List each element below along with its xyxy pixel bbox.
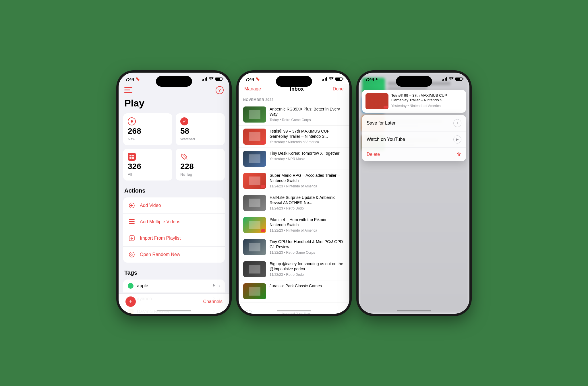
phone2-content: Manage Inbox Done NOVEMBER 2023 Anbernic… bbox=[239, 84, 349, 314]
add-button[interactable]: + bbox=[125, 296, 136, 307]
inbox-info-halflife: Half-Life Surprise Update & Anbernic Rev… bbox=[270, 195, 345, 211]
battery-icon-3 bbox=[455, 77, 463, 81]
context-watch-youtube[interactable]: Watch on YouTube ▶ bbox=[362, 131, 466, 148]
save-later-icon: + bbox=[453, 119, 461, 127]
inbox-title-halflife: Half-Life Surprise Update & Anbernic Rev… bbox=[270, 195, 345, 205]
action-add-video[interactable]: Add Video bbox=[123, 197, 225, 214]
stat-number-watched: 58 bbox=[180, 127, 220, 136]
stat-card-all[interactable]: 326 All bbox=[123, 149, 172, 181]
signal-icon-1 bbox=[202, 77, 207, 81]
phone1-scroll[interactable]: ? Play 268 New bbox=[119, 84, 229, 314]
svg-rect-7 bbox=[129, 219, 135, 220]
inbox-item-anbernic[interactable]: Anbernic RG35XX Plus: Better in Every Wa… bbox=[239, 104, 349, 126]
delete-icon: 🗑 bbox=[457, 152, 461, 157]
time-1: 7:44 bbox=[125, 77, 134, 82]
inbox-meta-halflife: 11/24/23 • Retro Dodo bbox=[270, 206, 345, 210]
inbox-item-tinydesk[interactable]: Tiny Desk Korea: Tomorrow X Together Yes… bbox=[239, 148, 349, 170]
dynamic-island-2 bbox=[276, 76, 312, 87]
phone-3: 7:44 ➤ bbox=[358, 72, 470, 314]
signal-icon-2 bbox=[322, 77, 327, 81]
notag-icon bbox=[180, 153, 188, 161]
inbox-item-pikmin[interactable]: Pikmin 4 – Hum with the Pikmin – Nintend… bbox=[239, 214, 349, 236]
stat-card-new[interactable]: 268 New bbox=[123, 113, 172, 145]
thumb-halflife bbox=[243, 195, 266, 211]
updated-status: Updated Just Now bbox=[281, 312, 311, 314]
location-icon: ➤ bbox=[376, 77, 378, 81]
stat-card-watched[interactable]: ✓ 58 Watched bbox=[176, 113, 225, 145]
inbox-meta-anbernic: Today • Retro Game Corps bbox=[270, 118, 345, 122]
context-menu: Save for Later + Watch on YouTube ▶ Dele… bbox=[362, 115, 466, 161]
more-button[interactable]: ··· bbox=[244, 310, 252, 314]
help-button[interactable]: ? bbox=[216, 86, 224, 94]
inbox-item-mario[interactable]: Super Mario RPG – Accolades Trailer – Ni… bbox=[239, 170, 349, 192]
status-icons-2 bbox=[322, 77, 343, 81]
action-add-multiple[interactable]: Add Multiple Videos bbox=[123, 214, 225, 230]
wifi-icon-1 bbox=[209, 77, 214, 81]
stat-card-notag[interactable]: 228 No Tag bbox=[176, 149, 225, 181]
import-playlist-icon bbox=[128, 234, 136, 242]
inbox-item-tetris[interactable]: Tetris® 99 – 37th MAXIMUS CUP Gameplay T… bbox=[239, 126, 349, 148]
tag-item-apple[interactable]: apple 5 › bbox=[123, 280, 225, 292]
add-multiple-label: Add Multiple Videos bbox=[140, 219, 180, 224]
dynamic-island-1 bbox=[156, 76, 192, 87]
manage-button[interactable]: Manage bbox=[244, 86, 261, 92]
hamburger-icon[interactable] bbox=[124, 87, 132, 93]
tag-name-apple: apple bbox=[137, 283, 209, 288]
action-open-random[interactable]: Open Random New bbox=[123, 247, 225, 263]
inbox-title-casey: Big up @casey for shouting us out on the… bbox=[270, 261, 345, 271]
svg-rect-21 bbox=[249, 287, 260, 296]
context-overlay: Tetris® 99 – 37th MAXIMUS CUP Gameplay T… bbox=[362, 90, 466, 161]
tag-dot-apple bbox=[128, 283, 134, 289]
thumb-pikmin bbox=[243, 217, 266, 233]
bookmark-icon-2: 🔖 bbox=[256, 77, 260, 81]
watch-youtube-icon: ▶ bbox=[453, 135, 461, 143]
watch-youtube-label: Watch on YouTube bbox=[367, 137, 405, 142]
import-playlist-label: Import From Playlist bbox=[140, 236, 181, 241]
svg-rect-16 bbox=[249, 176, 260, 185]
context-thumb bbox=[365, 93, 388, 109]
phones-container: 7:44 🔖 bbox=[118, 72, 470, 314]
stat-label-all: All bbox=[128, 172, 168, 176]
refresh-button[interactable]: ↻ bbox=[339, 311, 344, 314]
svg-rect-2 bbox=[129, 157, 131, 159]
page-title: Play bbox=[119, 98, 229, 113]
actions-section-title: Actions bbox=[119, 186, 229, 197]
hamburger-line-1 bbox=[124, 87, 132, 88]
svg-rect-9 bbox=[129, 223, 135, 224]
inbox-info-pikmin: Pikmin 4 – Hum with the Pikmin – Nintend… bbox=[270, 217, 345, 233]
thumb-casey bbox=[243, 261, 266, 277]
thumb-jurassic bbox=[243, 283, 266, 299]
status-icons-1 bbox=[202, 77, 223, 81]
svg-rect-17 bbox=[249, 199, 260, 207]
inbox-list[interactable]: NOVEMBER 2023 Anbernic RG35XX Plus: Bett… bbox=[239, 96, 349, 307]
done-button[interactable]: Done bbox=[333, 86, 344, 92]
svg-rect-8 bbox=[129, 221, 135, 222]
stat-number-all: 326 bbox=[128, 162, 168, 171]
tag-count-apple: 5 bbox=[213, 283, 215, 288]
battery-icon-1 bbox=[215, 77, 223, 81]
thumb-gpd bbox=[243, 239, 266, 255]
inbox-title-tetris: Tetris® 99 – 37th MAXIMUS CUP Gameplay T… bbox=[270, 129, 345, 139]
chevron-icon-apple: › bbox=[219, 284, 220, 288]
context-preview-title: Tetris® 99 – 37th MAXIMUS CUP Gameplay T… bbox=[391, 93, 463, 103]
delete-label: Delete bbox=[367, 152, 380, 157]
stat-number-notag: 228 bbox=[180, 162, 220, 171]
all-icon bbox=[128, 153, 136, 161]
inbox-item-casey[interactable]: Big up @casey for shouting us out on the… bbox=[239, 258, 349, 280]
action-import-playlist[interactable]: Import From Playlist bbox=[123, 230, 225, 247]
context-delete[interactable]: Delete 🗑 bbox=[362, 148, 466, 161]
svg-rect-13 bbox=[249, 110, 260, 119]
svg-rect-18 bbox=[249, 221, 260, 229]
inbox-info-anbernic: Anbernic RG35XX Plus: Better in Every Wa… bbox=[270, 106, 345, 123]
inbox-title-pikmin: Pikmin 4 – Hum with the Pikmin – Nintend… bbox=[270, 217, 345, 227]
inbox-title: Inbox bbox=[290, 86, 304, 92]
inbox-item-jurassic[interactable]: Jurassic Park Classic Games bbox=[239, 280, 349, 302]
inbox-item-halflife[interactable]: Half-Life Surprise Update & Anbernic Rev… bbox=[239, 192, 349, 214]
phone-2: 7:44 🔖 bbox=[238, 72, 350, 314]
svg-rect-3 bbox=[132, 157, 134, 159]
inbox-item-gpd[interactable]: Tiny GPU for Handheld & Mini PCs! GPD G1… bbox=[239, 236, 349, 258]
context-info: Tetris® 99 – 37th MAXIMUS CUP Gameplay T… bbox=[391, 93, 463, 109]
channels-button[interactable]: Channels bbox=[203, 299, 223, 304]
inbox-title-jurassic: Jurassic Park Classic Games bbox=[270, 283, 345, 288]
context-save-later[interactable]: Save for Later + bbox=[362, 115, 466, 131]
